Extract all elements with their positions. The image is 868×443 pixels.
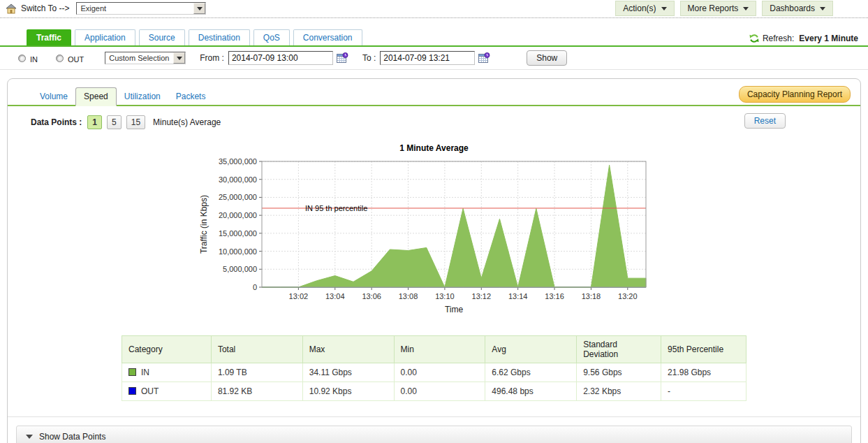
subtab-speed[interactable]: Speed: [75, 87, 117, 106]
table-row-out: OUT 81.92 KB 10.92 Kbps 0.00 496.48 bps …: [122, 382, 746, 401]
svg-text:5,000,000: 5,000,000: [223, 265, 257, 273]
svg-text:Time: Time: [444, 305, 463, 314]
tab-qos[interactable]: QoS: [253, 29, 290, 45]
table-row-in: IN 1.09 TB 34.11 Gbps 0.00 6.62 Gbps 9.5…: [122, 363, 746, 382]
device-select-value: Exigent: [77, 4, 193, 13]
out-radio-label: OUT: [68, 55, 84, 64]
to-label: To :: [362, 53, 376, 63]
out-radio[interactable]: [56, 55, 64, 62]
from-label: From :: [200, 53, 224, 63]
show-data-points-label: Show Data Points: [39, 432, 105, 442]
out-min: 0.00: [394, 382, 485, 401]
svg-text:13:02: 13:02: [288, 292, 308, 300]
report-panel: Volume Speed Utilization Packets Capacit…: [7, 78, 861, 443]
from-calendar-icon[interactable]: [337, 52, 348, 64]
traffic-stats-table: Category Total Max Min Avg Standard Devi…: [122, 335, 746, 401]
data-points-5-button[interactable]: 5: [107, 115, 122, 129]
dashboards-menu-button[interactable]: Dashboards: [762, 1, 833, 16]
svg-text:0: 0: [252, 283, 256, 291]
svg-text:13:20: 13:20: [618, 292, 638, 300]
svg-text:13:06: 13:06: [362, 292, 381, 300]
data-points-15-button[interactable]: 15: [126, 115, 145, 129]
show-button[interactable]: Show: [527, 50, 567, 66]
to-calendar-icon[interactable]: [478, 52, 490, 64]
row-category-label: IN: [141, 368, 149, 377]
in-max: 34.11 Gbps: [302, 363, 394, 382]
col-min: Min: [394, 336, 485, 363]
home-icon[interactable]: [6, 3, 17, 14]
actions-menu-button[interactable]: Action(s): [615, 1, 674, 16]
traffic-area-chart: 05,000,00010,000,00015,000,00020,000,000…: [197, 154, 672, 317]
toolbar-menus: Action(s) More Reports Dashboards: [615, 1, 862, 16]
data-points-1-button[interactable]: 1: [87, 115, 102, 129]
to-date-input[interactable]: [380, 51, 475, 65]
in-series-swatch: [128, 368, 136, 376]
col-avg: Avg: [485, 336, 577, 363]
refresh-icon[interactable]: [749, 34, 759, 43]
refresh-status: Refresh: Every 1 Minute: [749, 34, 858, 45]
device-select[interactable]: Exigent: [76, 2, 206, 15]
tab-application[interactable]: Application: [75, 29, 135, 45]
refresh-value: Every 1 Minute: [799, 34, 858, 43]
chevron-down-icon: [173, 52, 185, 64]
sub-tab-bar: Volume Speed Utilization Packets Capacit…: [8, 79, 860, 106]
switch-to-label: Switch To -->: [21, 3, 69, 13]
svg-text:Traffic (in Kbps): Traffic (in Kbps): [199, 195, 209, 254]
tab-destination[interactable]: Destination: [189, 29, 250, 45]
subtab-packets[interactable]: Packets: [168, 88, 214, 105]
from-date-input[interactable]: [228, 51, 333, 65]
time-range-value: Custom Selection: [105, 54, 173, 62]
tab-conversation[interactable]: Conversation: [293, 29, 362, 45]
subtab-utilization[interactable]: Utilization: [117, 88, 168, 105]
in-radio[interactable]: [18, 55, 26, 62]
refresh-label: Refresh:: [763, 34, 794, 43]
minutes-average-label: Minute(s) Average: [153, 117, 221, 127]
show-data-points-toggle[interactable]: Show Data Points: [16, 426, 852, 443]
out-total: 81.92 KB: [211, 382, 302, 401]
chevron-down-icon: [743, 7, 749, 10]
svg-text:13:16: 13:16: [545, 292, 564, 300]
svg-text:13:08: 13:08: [398, 292, 418, 300]
col-std-deviation: Standard Deviation: [577, 336, 661, 363]
out-max: 10.92 Kbps: [302, 382, 394, 401]
data-points-label: Data Points :: [31, 117, 82, 127]
in-95th-percentile: 21.98 Gbps: [661, 363, 746, 382]
out-avg: 496.48 bps: [485, 382, 577, 401]
col-max: Max: [302, 336, 394, 363]
svg-text:13:14: 13:14: [508, 292, 527, 300]
out-std-deviation: 2.32 Kbps: [577, 382, 661, 401]
in-std-deviation: 9.56 Gbps: [577, 363, 661, 382]
data-points-row: Data Points : 1 5 15 Minute(s) Average R…: [8, 106, 860, 129]
expand-triangle-icon: [26, 435, 33, 439]
col-category: Category: [122, 336, 212, 363]
svg-text:35,000,000: 35,000,000: [218, 157, 256, 166]
more-reports-menu-button[interactable]: More Reports: [680, 1, 757, 16]
svg-text:25,000,000: 25,000,000: [218, 193, 256, 201]
tab-traffic[interactable]: Traffic: [27, 29, 71, 45]
time-range-select[interactable]: Custom Selection: [105, 52, 186, 64]
chevron-down-icon: [193, 3, 205, 14]
svg-text:13:12: 13:12: [471, 292, 491, 300]
col-total: Total: [211, 336, 302, 363]
out-95th-percentile: -: [661, 382, 746, 401]
panel-bottom-section: Show Data Points: [8, 416, 860, 443]
svg-text:15,000,000: 15,000,000: [218, 229, 256, 238]
chart-title: 1 Minute Average: [8, 143, 860, 153]
svg-text:10,000,000: 10,000,000: [218, 247, 256, 256]
svg-text:13:04: 13:04: [325, 292, 344, 300]
subtab-volume[interactable]: Volume: [32, 88, 75, 105]
main-tab-bar: Traffic Application Source Destination Q…: [0, 29, 868, 45]
svg-text:20,000,000: 20,000,000: [218, 211, 256, 219]
capacity-planning-report-button[interactable]: Capacity Planning Report: [739, 86, 851, 103]
in-total: 1.09 TB: [211, 363, 302, 382]
svg-text:13:18: 13:18: [581, 292, 601, 300]
filter-bar: IN OUT Custom Selection From : To : Show: [0, 47, 868, 70]
svg-text:30,000,000: 30,000,000: [218, 175, 256, 184]
reset-button[interactable]: Reset: [744, 113, 786, 129]
tab-source[interactable]: Source: [139, 29, 185, 45]
chart-section: 1 Minute Average 05,000,00010,000,00015,…: [8, 143, 860, 319]
svg-text:IN 95 th percentile: IN 95 th percentile: [305, 204, 367, 212]
top-toolbar: Switch To --> Exigent Action(s) More Rep…: [0, 0, 868, 17]
in-avg: 6.62 Gbps: [485, 363, 577, 382]
in-radio-label: IN: [30, 55, 38, 64]
